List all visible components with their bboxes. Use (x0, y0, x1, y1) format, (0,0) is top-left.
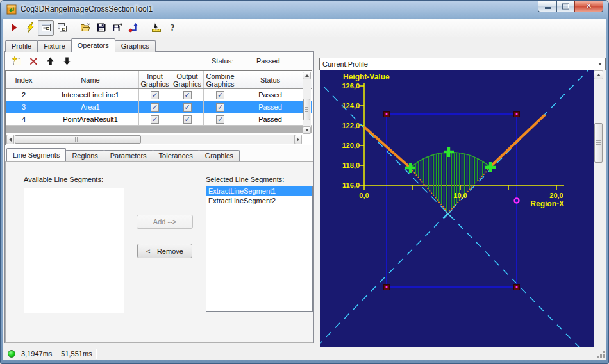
checkbox[interactable]: ✓ (151, 115, 159, 124)
area-result-graphic (410, 153, 490, 213)
checkbox[interactable]: ✓ (183, 115, 192, 124)
region-corner-handle[interactable] (514, 112, 520, 117)
region-corner-handle[interactable] (514, 285, 520, 290)
scrollbar-thumb[interactable] (303, 99, 310, 120)
minimize-icon (545, 7, 551, 9)
save-file-button[interactable] (93, 20, 109, 36)
x-tick-label: 10,0 (453, 192, 467, 199)
checkbox[interactable]: ✓ (216, 103, 224, 112)
tab-operators[interactable]: Operators (71, 38, 115, 52)
lightning-button[interactable] (22, 20, 38, 36)
subtab-tolerances[interactable]: Tolerances (153, 150, 199, 161)
available-line-segments-label: Available Line Segments: (24, 176, 103, 183)
column-header[interactable]: Index (6, 71, 42, 88)
column-header[interactable]: Status (237, 71, 303, 88)
run-button[interactable] (6, 20, 22, 36)
minimize-button[interactable] (538, 0, 556, 12)
table-cell: ✓ (171, 101, 204, 113)
list-item[interactable]: ExtractLineSegment1 (206, 186, 312, 196)
column-header[interactable]: Input Graphics (139, 71, 171, 88)
scroll-left-button[interactable] (6, 135, 14, 144)
table-cell: Passed (237, 101, 303, 113)
selected-line-segments-label: Selected Line Segments: (206, 176, 284, 183)
move-down-button[interactable] (60, 54, 74, 68)
table-row[interactable]: 2IntersectLineLine1✓✓✓Passed (6, 89, 312, 101)
chevron-down-icon[interactable] (595, 58, 605, 70)
main-tab-strip: ProfileFixtureOperatorsGraphics (5, 39, 155, 52)
maximize-button[interactable] (556, 0, 574, 12)
display-vertical-scrollbar[interactable] (594, 70, 603, 359)
scrollbar-thumb[interactable] (594, 123, 603, 163)
table-horizontal-scrollbar[interactable] (6, 135, 302, 144)
checkbox[interactable]: ✓ (216, 115, 224, 124)
reset-button[interactable] (125, 20, 141, 36)
save-as-icon (112, 22, 122, 33)
tab-profile[interactable]: Profile (5, 40, 38, 52)
record-selector-combo[interactable]: Current.Profile (319, 58, 606, 70)
open-file-button[interactable] (77, 20, 93, 36)
add-button[interactable]: Add --> (137, 215, 193, 229)
current-record-button[interactable] (38, 20, 54, 36)
profile-display[interactable]: Height-Value Region-X 126,0 124,0 122,0 … (320, 70, 594, 359)
checkbox[interactable]: ✓ (151, 103, 159, 112)
column-header[interactable]: Combine Graphics (204, 71, 237, 88)
scrollbar-thumb[interactable] (15, 135, 141, 144)
tool-window-icon (6, 4, 17, 15)
delete-operator-button[interactable] (26, 54, 40, 68)
help-icon: ? (167, 22, 178, 33)
line-segments-panel: Available Line Segments: Selected Line S… (5, 161, 313, 343)
scroll-right-button[interactable] (294, 135, 302, 144)
new-operator-button[interactable] (10, 54, 24, 68)
checkbox[interactable]: ✓ (183, 91, 192, 99)
table-cell: IntersectLineLine1 (42, 89, 139, 101)
checkbox[interactable]: ✓ (151, 91, 159, 99)
table-cell: ✓ (171, 113, 204, 125)
resize-grip[interactable] (603, 356, 605, 358)
svg-text:?: ? (170, 23, 174, 33)
list-item[interactable]: ExtractLineSegment2 (206, 196, 312, 206)
table-cell: ✓ (139, 89, 171, 101)
remove-button[interactable]: <-- Remove (137, 244, 192, 258)
pointer-ruler-icon (151, 22, 162, 33)
checkbox[interactable]: ✓ (216, 91, 224, 99)
move-up-button[interactable] (43, 54, 57, 68)
column-header[interactable]: Output Graphics (171, 71, 204, 88)
titlebar[interactable]: Cog3DRangeImageCrossSectionTool1 ✕ (1, 1, 608, 19)
close-button[interactable]: ✕ (574, 0, 603, 12)
scroll-up-button[interactable] (594, 70, 603, 79)
status-value: Passed (256, 57, 280, 65)
table-cell: 3 (6, 101, 42, 113)
scroll-up-button[interactable] (303, 72, 311, 79)
available-line-segments-list[interactable] (24, 188, 124, 313)
subtab-regions[interactable]: Regions (65, 150, 104, 161)
table-cell: ✓ (204, 101, 237, 113)
save-as-button[interactable] (109, 20, 125, 36)
tab-fixture[interactable]: Fixture (37, 40, 72, 52)
column-header[interactable]: Name (42, 71, 139, 88)
triangle-left-icon (9, 138, 12, 142)
operators-table: IndexNameInput GraphicsOutput GraphicsCo… (5, 70, 312, 145)
x-axis-title: Region-X (530, 199, 564, 208)
pointer-ruler-button[interactable] (148, 20, 164, 36)
client-area: ? ProfileFixtureOperatorsGraphics Status… (3, 19, 606, 360)
main-area: ProfileFixtureOperatorsGraphics Status: … (3, 38, 606, 347)
table-cell: Passed (237, 89, 303, 101)
region-corner-handle[interactable] (384, 285, 390, 290)
help-button[interactable]: ? (164, 20, 180, 36)
subtab-graphics[interactable]: Graphics (199, 150, 240, 161)
table-row[interactable]: 4PointAreaResult1✓✓✓Passed (6, 113, 312, 126)
table-cell: ✓ (139, 101, 171, 113)
scroll-down-button[interactable] (303, 126, 311, 134)
table-vertical-scrollbar[interactable] (303, 72, 311, 134)
table-cell: ✓ (171, 89, 204, 101)
triangle-right-icon (297, 138, 299, 142)
checkbox[interactable]: ✓ (183, 103, 192, 112)
run-icon (9, 22, 19, 33)
selected-line-segments-list[interactable]: ExtractLineSegment1ExtractLineSegment2 (206, 186, 313, 312)
subtab-line-segments[interactable]: Line Segments (6, 148, 66, 161)
last-run-record-button[interactable] (54, 20, 70, 36)
tab-graphics[interactable]: Graphics (115, 40, 156, 52)
table-row[interactable]: 3Area1✓✓✓Passed (6, 101, 312, 113)
region-corner-handle[interactable] (384, 112, 390, 117)
subtab-parameters[interactable]: Parameters (104, 150, 153, 161)
